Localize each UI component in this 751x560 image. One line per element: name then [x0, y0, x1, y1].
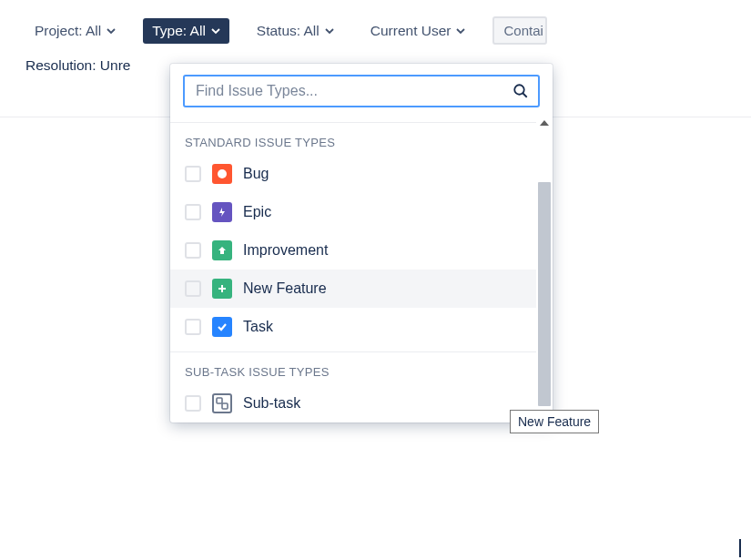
svg-rect-3	[222, 403, 228, 409]
option-bug[interactable]: Bug	[170, 155, 536, 193]
svg-point-0	[514, 85, 524, 95]
chevron-down-icon	[211, 26, 220, 36]
filter-project[interactable]: Project: All	[25, 18, 125, 44]
new-feature-icon	[212, 279, 232, 299]
option-label: Sub-task	[243, 395, 300, 412]
filter-status[interactable]: Status: All	[248, 18, 343, 44]
contains-text-input[interactable]: Contai	[492, 16, 547, 45]
checkbox[interactable]	[185, 166, 201, 182]
filter-type-label: Type: All	[152, 23, 206, 39]
option-subtask[interactable]: Sub-task	[170, 384, 536, 423]
option-improvement[interactable]: Improvement	[170, 231, 536, 270]
option-label: Task	[243, 319, 273, 335]
tooltip: New Feature	[510, 410, 599, 433]
bug-icon	[212, 164, 232, 184]
subtask-icon	[212, 393, 232, 413]
contains-text-label: Contai	[503, 23, 543, 38]
svg-rect-2	[217, 398, 222, 403]
filter-status-label: Status: All	[257, 23, 320, 39]
epic-icon	[212, 202, 232, 222]
checkbox[interactable]	[185, 395, 201, 412]
group-heading-standard: STANDARD ISSUE TYPES	[170, 123, 536, 155]
task-icon	[212, 317, 232, 337]
checkbox[interactable]	[185, 204, 201, 220]
text-caret	[739, 539, 741, 557]
option-label: Epic	[243, 204, 271, 220]
filter-type[interactable]: Type: All	[143, 18, 229, 44]
chevron-down-icon	[325, 26, 334, 36]
filter-assignee-label: Current User	[370, 23, 452, 39]
option-task[interactable]: Task	[170, 308, 536, 346]
checkbox[interactable]	[185, 319, 201, 335]
option-epic[interactable]: Epic	[170, 193, 536, 231]
group-heading-subtask: SUB-TASK ISSUE TYPES	[170, 352, 536, 384]
scrollbar[interactable]	[538, 120, 551, 415]
type-dropdown-panel: All Sub-Task Issue Types STANDARD ISSUE …	[170, 64, 553, 423]
type-option-list: All Sub-Task Issue Types STANDARD ISSUE …	[170, 113, 553, 423]
improvement-icon	[212, 240, 232, 260]
scroll-up-arrow[interactable]	[540, 120, 549, 126]
option-label: Bug	[243, 166, 269, 182]
scroll-thumb[interactable]	[538, 182, 551, 406]
type-search-input[interactable]	[194, 82, 513, 100]
filter-project-label: Project: All	[35, 23, 101, 39]
filter-resolution-label: Resolution: Unre	[25, 57, 130, 73]
option-label: New Feature	[243, 280, 327, 297]
option-new-feature[interactable]: New Feature	[170, 270, 536, 308]
option-all-subtask-types[interactable]: All Sub-Task Issue Types	[170, 113, 536, 117]
chevron-down-icon	[107, 26, 116, 36]
option-label: Improvement	[243, 242, 328, 259]
checkbox[interactable]	[185, 280, 201, 297]
type-search[interactable]	[183, 75, 540, 107]
checkbox[interactable]	[185, 242, 201, 259]
filter-bar: Project: All Type: All Status: All Curre…	[25, 16, 726, 45]
scroll-track[interactable]	[538, 129, 551, 406]
chevron-down-icon	[456, 26, 465, 36]
search-icon	[513, 83, 529, 99]
filter-assignee[interactable]: Current User	[361, 18, 475, 44]
svg-line-1	[523, 93, 527, 97]
